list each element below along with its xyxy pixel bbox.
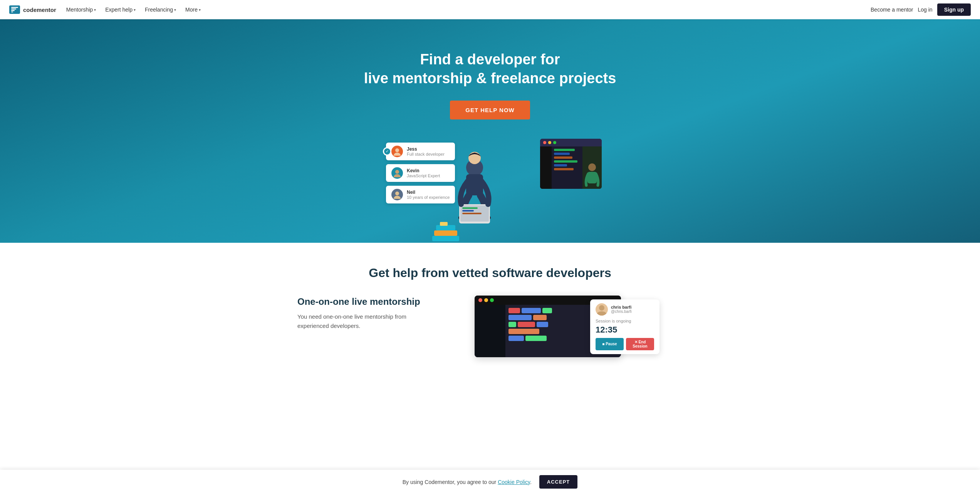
nav-item-expert-help[interactable]: Expert help ▾ — [101, 4, 139, 15]
sp-dot-green — [490, 298, 494, 302]
dropdown-caret: ▾ — [199, 8, 201, 12]
svg-rect-14 — [462, 207, 478, 209]
svg-rect-20 — [434, 230, 457, 236]
jess-avatar — [391, 146, 403, 157]
logo-icon — [9, 5, 20, 14]
svg-rect-19 — [432, 236, 459, 241]
neil-info: Neil 10 years of experience — [407, 190, 450, 200]
nav-links: Mentorship ▾ Expert help ▾ Freelancing ▾… — [62, 4, 205, 15]
pause-button[interactable]: ■ Pause — [596, 338, 624, 350]
code-line-3 — [554, 156, 572, 159]
screen-code-area — [552, 146, 582, 189]
sp-dot-red — [478, 298, 482, 302]
neil-avatar — [391, 189, 403, 200]
preview-container: chris barfi @chris.barfi Session is ongo… — [451, 296, 683, 373]
session-status: Session is ongoing — [596, 319, 654, 323]
svg-rect-0 — [11, 7, 18, 8]
below-hero-section: Get help from vetted software developers… — [0, 243, 980, 388]
hero-title: Find a developer for live mentorship & f… — [364, 50, 616, 88]
session-avatars: chris barfi @chris.barfi — [596, 303, 654, 316]
svg-point-17 — [588, 163, 596, 171]
svg-rect-22 — [440, 222, 448, 226]
section-title: Get help from vetted software developers — [369, 266, 611, 280]
kevin-avatar — [391, 167, 403, 179]
nav-item-more[interactable]: More ▾ — [181, 4, 205, 15]
mentor-video-panel — [582, 146, 602, 189]
code-line-2 — [554, 153, 570, 155]
dropdown-caret: ▾ — [134, 8, 136, 12]
screen-dot-yellow — [548, 141, 551, 144]
svg-rect-15 — [462, 210, 474, 212]
svg-rect-2 — [11, 10, 15, 11]
session-time: 12:35 — [596, 325, 654, 335]
svg-point-5 — [395, 170, 399, 174]
dev-card-neil: Neil 10 years of experience — [386, 186, 455, 203]
logo-text: codementor — [23, 7, 56, 13]
jess-info: Jess Full stack developer — [407, 146, 445, 156]
screen-content — [540, 146, 602, 189]
screen-dot-green — [553, 141, 556, 144]
session-user-info: chris barfi @chris.barfi — [611, 305, 632, 314]
nav-item-freelancing[interactable]: Freelancing ▾ — [141, 4, 180, 15]
session-action-buttons: ■ Pause ✕ End Session — [596, 338, 654, 350]
session-username: chris barfi — [611, 305, 632, 309]
preview-wrapper: chris barfi @chris.barfi Session is ongo… — [475, 296, 659, 373]
get-help-button[interactable]: GET HELP NOW — [450, 101, 530, 119]
session-avatar-mentor — [596, 303, 608, 316]
svg-rect-21 — [436, 225, 455, 230]
hero-illustration: Jess Full stack developer Kevin JavaScri… — [374, 135, 606, 243]
feature-desc: You need one-on-one live mentorship from… — [297, 312, 428, 331]
svg-point-4 — [395, 148, 399, 152]
login-link[interactable]: Log in — [918, 7, 933, 13]
kevin-info: Kevin JavaScript Expert — [407, 168, 440, 178]
screen-dot-red — [543, 141, 546, 144]
dev-card-kevin: Kevin JavaScript Expert — [386, 164, 455, 182]
become-mentor-link[interactable]: Become a mentor — [871, 7, 913, 13]
screen-mockup — [540, 139, 602, 189]
mentor-figure — [584, 160, 600, 187]
code-line-1 — [554, 149, 575, 151]
nav-item-mentorship[interactable]: Mentorship ▾ — [62, 4, 100, 15]
svg-point-23 — [599, 305, 604, 311]
nav-right: Become a mentor Log in Sign up — [871, 3, 971, 16]
logo[interactable]: codementor — [9, 5, 56, 14]
code-line-5 — [554, 164, 567, 166]
svg-rect-3 — [11, 12, 13, 12]
code-line-4 — [554, 160, 577, 163]
signup-button[interactable]: Sign up — [937, 3, 971, 16]
sp-dot-yellow — [484, 298, 488, 302]
select-indicator — [383, 147, 391, 156]
books-stack — [430, 220, 461, 243]
hero-section: Find a developer for live mentorship & f… — [0, 19, 980, 243]
dropdown-caret: ▾ — [94, 8, 96, 12]
screen-sidebar — [540, 146, 552, 189]
end-session-button[interactable]: ✕ End Session — [626, 338, 654, 350]
svg-point-6 — [395, 192, 399, 195]
features-row: One-on-one live mentorship You need one-… — [297, 296, 683, 373]
svg-rect-16 — [462, 213, 482, 214]
code-line-6 — [554, 168, 574, 170]
svg-rect-1 — [11, 8, 16, 10]
feature-mentorship: One-on-one live mentorship You need one-… — [297, 296, 428, 331]
navbar: codementor Mentorship ▾ Expert help ▾ Fr… — [0, 0, 980, 19]
dropdown-caret: ▾ — [174, 8, 176, 12]
sp-sidebar — [475, 305, 505, 357]
dev-card-jess: Jess Full stack developer — [386, 143, 455, 160]
developer-cards: Jess Full stack developer Kevin JavaScri… — [386, 143, 455, 203]
feature-subtitle: One-on-one live mentorship — [297, 296, 428, 307]
screen-titlebar — [540, 139, 602, 146]
session-user-handle: @chris.barfi — [611, 309, 632, 314]
session-ongoing-card: chris barfi @chris.barfi Session is ongo… — [590, 299, 659, 354]
